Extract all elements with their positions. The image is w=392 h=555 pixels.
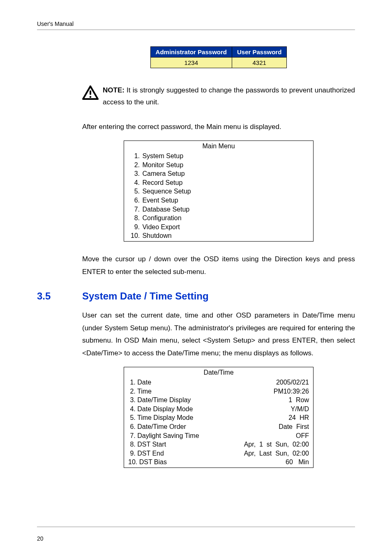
note-block: NOTE: It is strongly suggested to change… <box>82 85 355 108</box>
datetime-row-label: 10. DST Bias <box>128 458 167 467</box>
main-menu-item-label: Database Setup <box>141 206 189 213</box>
main-menu-item-label: Monitor Setup <box>141 161 183 168</box>
note-label: NOTE: <box>103 86 125 94</box>
note-body: It is strongly suggested to change the p… <box>103 86 355 106</box>
datetime-row: 7. Daylight Saving TimeOFF <box>128 431 309 440</box>
datetime-row-label: 1. Date <box>128 378 151 387</box>
datetime-row-label: 9. DST End <box>128 449 164 458</box>
main-menu-item-number: 9. <box>131 223 140 232</box>
datetime-row-value: 24 HR <box>193 413 309 422</box>
footer-divider <box>37 527 355 527</box>
datetime-row: 5. Time Display Mode24 HR <box>128 413 309 422</box>
main-menu-item-number: 1. <box>131 152 140 161</box>
password-table-value-user: 4321 <box>232 58 286 68</box>
paragraph-after-note: After entering the correct password, the… <box>82 121 355 134</box>
datetime-row: 10. DST Bias60 Min <box>128 458 309 467</box>
main-menu-item-label: System Setup <box>141 152 183 159</box>
main-menu-item-label: Video Export <box>141 223 180 230</box>
main-menu-item-label: Sequence Setup <box>141 188 191 195</box>
datetime-row-label: 8. DST Start <box>128 440 166 449</box>
main-menu-item-number: 6. <box>131 196 140 205</box>
main-menu-item: 7. Database Setup <box>131 205 309 214</box>
password-table: Administrator Password User Password 123… <box>150 46 287 68</box>
main-menu-item-label: Configuration <box>141 214 182 221</box>
datetime-row: 8. DST StartApr, 1 st Sun, 02:00 <box>128 440 309 449</box>
datetime-row-label: 4. Date Display Mode <box>128 405 193 414</box>
main-menu-item-number: 5. <box>131 187 140 196</box>
password-table-header-user: User Password <box>232 47 286 58</box>
datetime-row-value: Apr, Last Sun, 02:00 <box>164 449 309 458</box>
password-table-header-admin: Administrator Password <box>150 47 232 58</box>
datetime-menu-box: Date/Time 1. Date2005/02/21 2. TimePM10:… <box>124 367 314 468</box>
datetime-row: 4. Date Display ModeY/M/D <box>128 405 309 414</box>
datetime-row: 1. Date2005/02/21 <box>128 378 309 387</box>
section-heading: 3.5 System Date / Time Setting <box>37 290 355 302</box>
main-menu-item-label: Event Setup <box>141 197 178 204</box>
warning-icon <box>82 85 99 102</box>
main-menu-item: 8. Configuration <box>131 214 309 223</box>
datetime-row-label: 7. Daylight Saving Time <box>128 431 199 440</box>
main-menu-item-number: 4. <box>131 178 140 187</box>
main-menu-item-number: 3. <box>131 169 140 178</box>
datetime-row-value: Y/M/D <box>193 405 309 414</box>
datetime-row: 6. Date/Time OrderDate First <box>128 422 309 431</box>
datetime-row-label: 6. Date/Time Order <box>128 422 186 431</box>
page-number: 20 <box>37 535 44 542</box>
main-menu-item: 10. Shutdown <box>131 231 309 240</box>
main-menu-item-number: 2. <box>131 161 140 170</box>
section-title: System Date / Time Setting <box>82 290 209 302</box>
datetime-row-value: 2005/02/21 <box>151 378 309 387</box>
main-menu-item: 6. Event Setup <box>131 196 309 205</box>
paragraph-after-menu: Move the cursor up / down over the OSD i… <box>82 253 355 278</box>
datetime-row-value: Date First <box>186 422 309 431</box>
datetime-row: 3. Date/Time Display1 Row <box>128 396 309 405</box>
svg-point-1 <box>90 96 92 98</box>
datetime-row: 9. DST EndApr, Last Sun, 02:00 <box>128 449 309 458</box>
page-header-title: User's Manual <box>37 21 355 27</box>
datetime-row-label: 2. Time <box>128 387 152 396</box>
main-menu-box: Main Menu 1. System Setup2. Monitor Setu… <box>124 140 314 242</box>
main-menu-item-label: Camera Setup <box>141 170 185 177</box>
main-menu-item-number: 10. <box>131 231 140 240</box>
main-menu-title: Main Menu <box>128 142 309 151</box>
main-menu-item: 3. Camera Setup <box>131 169 309 178</box>
password-table-value-admin: 1234 <box>150 58 232 68</box>
main-menu-item-label: Shutdown <box>141 232 172 239</box>
datetime-row-label: 3. Date/Time Display <box>128 396 191 405</box>
main-menu-item: 2. Monitor Setup <box>131 161 309 170</box>
header-divider <box>37 30 355 30</box>
main-menu-item: 1. System Setup <box>131 152 309 161</box>
datetime-menu-title: Date/Time <box>128 368 309 377</box>
datetime-row-label: 5. Time Display Mode <box>128 413 193 422</box>
note-text: NOTE: It is strongly suggested to change… <box>103 85 355 108</box>
main-menu-item: 9. Video Export <box>131 223 309 232</box>
main-menu-item: 5. Sequence Setup <box>131 187 309 196</box>
main-menu-item: 4. Record Setup <box>131 178 309 187</box>
main-menu-item-label: Record Setup <box>141 179 182 186</box>
datetime-row: 2. TimePM10:39:26 <box>128 387 309 396</box>
datetime-row-value: 60 Min <box>167 458 309 467</box>
svg-rect-0 <box>90 90 91 95</box>
section-body: User can set the current date, time and … <box>82 309 355 359</box>
datetime-row-value: PM10:39:26 <box>152 387 309 396</box>
datetime-row-value: Apr, 1 st Sun, 02:00 <box>166 440 309 449</box>
section-number: 3.5 <box>37 290 82 302</box>
main-menu-item-number: 7. <box>131 205 140 214</box>
datetime-row-value: 1 Row <box>191 396 309 405</box>
main-menu-item-number: 8. <box>131 214 140 223</box>
datetime-row-value: OFF <box>199 431 309 440</box>
